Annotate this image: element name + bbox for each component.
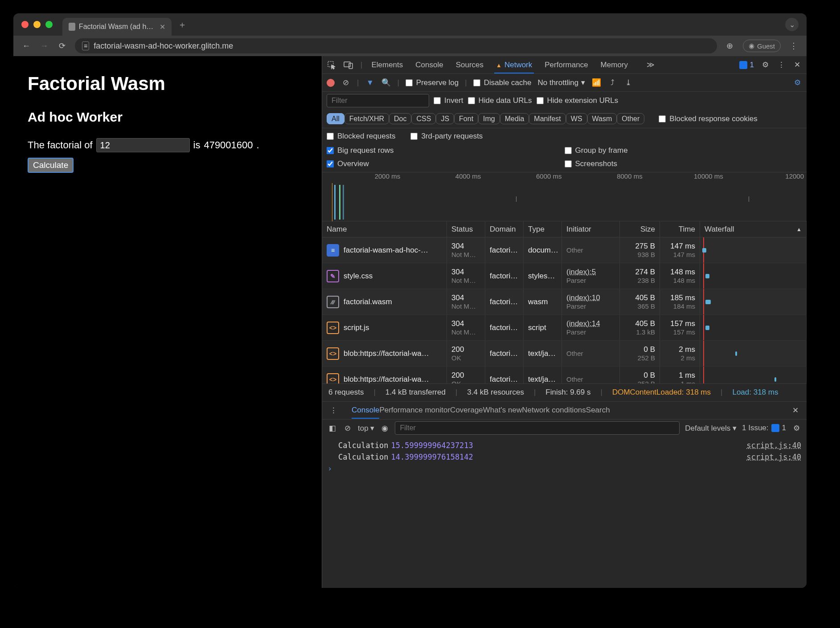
filter-input[interactable] xyxy=(327,94,429,107)
filter-chip-js[interactable]: JS xyxy=(436,113,454,124)
clear-icon[interactable]: ⊘ xyxy=(341,78,351,87)
third-party-check[interactable]: 3rd-party requests xyxy=(410,132,483,141)
disable-cache-check[interactable]: Disable cache xyxy=(473,78,532,87)
close-window-icon[interactable] xyxy=(21,21,29,28)
throttling-select[interactable]: No throttling ▾ xyxy=(537,78,585,87)
minimize-window-icon[interactable] xyxy=(33,21,41,28)
drawer-tab-search[interactable]: Search xyxy=(586,406,610,414)
col-time[interactable]: Time xyxy=(660,221,700,237)
drawer-tab-whats-new[interactable]: What's new xyxy=(483,406,522,414)
invert-check[interactable]: Invert xyxy=(434,96,463,105)
devtools-tab-performance[interactable]: Performance xyxy=(543,57,590,73)
network-row[interactable]: <> script.js 304Not M… factori… script (… xyxy=(322,315,807,341)
maximize-window-icon[interactable] xyxy=(45,21,53,28)
record-icon[interactable] xyxy=(327,79,335,87)
network-settings-icon[interactable]: ⚙ xyxy=(792,78,802,87)
overview-check[interactable]: Overview xyxy=(327,159,565,168)
network-row[interactable]: ⫻ factorial.wasm 304Not M… factori… wasm… xyxy=(322,289,807,315)
url-field[interactable]: ≡ factorial-wasm-ad-hoc-worker.glitch.me xyxy=(75,38,717,53)
clear-console-icon[interactable]: ⊘ xyxy=(343,424,352,433)
issues-chip[interactable]: 1 xyxy=(739,61,754,69)
close-devtools-icon[interactable]: ✕ xyxy=(792,60,802,69)
network-table-body: ≡ factorial-wasm-ad-hoc-… 304Not M… fact… xyxy=(322,237,807,383)
site-info-icon[interactable]: ≡ xyxy=(82,41,89,50)
screenshots-check[interactable]: Screenshots xyxy=(565,159,803,168)
import-har-icon[interactable]: ⤴ xyxy=(607,78,617,87)
drawer-menu-icon[interactable]: ⋮ xyxy=(328,406,338,415)
col-size[interactable]: Size xyxy=(620,221,660,237)
filter-chip-ws[interactable]: WS xyxy=(566,113,587,124)
source-link[interactable]: script.js:40 xyxy=(746,453,801,461)
tab-overflow-icon[interactable]: ⌄ xyxy=(785,18,799,31)
col-waterfall[interactable]: Waterfall▲ xyxy=(700,221,807,237)
browser-tab[interactable]: Factorial Wasm (ad hoc Work ✕ xyxy=(62,18,172,36)
console-prompt-icon[interactable]: › xyxy=(328,464,332,473)
search-icon[interactable]: 🔍 xyxy=(381,78,391,87)
devtools-tab-memory[interactable]: Memory xyxy=(599,57,630,73)
drawer-tab-network-conditions[interactable]: Network conditions xyxy=(522,406,586,414)
close-tab-icon[interactable]: ✕ xyxy=(160,23,165,31)
inspect-icon[interactable] xyxy=(327,61,336,69)
kebab-menu-icon[interactable]: ⋮ xyxy=(789,41,799,51)
drawer-tab-coverage[interactable]: Coverage xyxy=(450,406,483,414)
col-type[interactable]: Type xyxy=(524,221,562,237)
devtools-tab-elements[interactable]: Elements xyxy=(369,57,405,73)
col-status[interactable]: Status xyxy=(447,221,485,237)
export-har-icon[interactable]: ⤓ xyxy=(623,78,633,87)
more-tabs-icon[interactable]: ≫ xyxy=(646,60,656,69)
zoom-icon[interactable]: ⊕ xyxy=(725,41,735,51)
sidebar-toggle-icon[interactable]: ◧ xyxy=(328,424,337,433)
network-conditions-icon[interactable]: 📶 xyxy=(591,78,601,87)
devtools-tab-sources[interactable]: Sources xyxy=(454,57,485,73)
filter-chip-img[interactable]: Img xyxy=(478,113,500,124)
devtools-tab-network[interactable]: Network xyxy=(494,57,534,73)
reload-icon[interactable]: ⟳ xyxy=(57,41,67,51)
factorial-input[interactable] xyxy=(96,138,190,152)
network-row[interactable]: <> blob:https://factorial-wa… 200OK fact… xyxy=(322,367,807,383)
group-frame-check[interactable]: Group by frame xyxy=(565,146,803,155)
devtools-tab-console[interactable]: Console xyxy=(414,57,445,73)
console-filter-input[interactable] xyxy=(395,421,680,435)
network-row[interactable]: ≡ factorial-wasm-ad-hoc-… 304Not M… fact… xyxy=(322,237,807,263)
calculate-button[interactable]: Calculate xyxy=(28,158,74,173)
filter-chip-manifest[interactable]: Manifest xyxy=(529,113,565,124)
hide-data-urls-check[interactable]: Hide data URLs xyxy=(468,96,532,105)
drawer-tab-performance-monitor[interactable]: Performance monitor xyxy=(379,406,450,414)
hide-ext-urls-check[interactable]: Hide extension URLs xyxy=(537,96,619,105)
live-expression-icon[interactable]: ◉ xyxy=(380,424,389,433)
console-issues-chip[interactable]: 1 Issue: 1 xyxy=(742,424,786,432)
profile-chip[interactable]: ◉ Guest xyxy=(743,40,781,52)
drawer-tab-console[interactable]: Console xyxy=(352,402,379,419)
settings-icon[interactable]: ⚙ xyxy=(760,60,770,69)
big-rows-check[interactable]: Big request rows xyxy=(327,146,565,155)
filter-chip-font[interactable]: Font xyxy=(454,113,478,124)
filter-chip-css[interactable]: CSS xyxy=(411,113,436,124)
device-toggle-icon[interactable] xyxy=(344,61,353,69)
filter-chip-other[interactable]: Other xyxy=(617,113,644,124)
dock-menu-icon[interactable]: ⋮ xyxy=(776,60,786,69)
filter-chip-doc[interactable]: Doc xyxy=(389,113,411,124)
col-name[interactable]: Name xyxy=(322,221,447,237)
overview-timeline[interactable]: 2000 ms4000 ms6000 ms8000 ms10000 ms1200… xyxy=(322,172,807,221)
filter-toggle-icon[interactable]: ▼ xyxy=(365,78,375,87)
context-select[interactable]: top ▾ xyxy=(358,424,374,433)
back-icon[interactable]: ← xyxy=(21,41,31,51)
col-initiator[interactable]: Initiator xyxy=(562,221,620,237)
col-domain[interactable]: Domain xyxy=(485,221,524,237)
filter-chip-media[interactable]: Media xyxy=(500,113,529,124)
console-line[interactable]: Calculation15.599999964237213script.js:4… xyxy=(328,440,801,451)
source-link[interactable]: script.js:40 xyxy=(746,441,801,450)
blocked-cookies-check[interactable]: Blocked response cookies xyxy=(659,114,758,123)
network-row[interactable]: <> blob:https://factorial-wa… 200OK fact… xyxy=(322,341,807,367)
filter-chip-wasm[interactable]: Wasm xyxy=(587,113,617,124)
filter-chip-all[interactable]: All xyxy=(327,113,344,124)
preserve-log-check[interactable]: Preserve log xyxy=(406,78,459,87)
new-tab-button[interactable]: ＋ xyxy=(178,19,187,31)
network-row[interactable]: ✎ style.css 304Not M… factori… styles… (… xyxy=(322,263,807,289)
console-settings-icon[interactable]: ⚙ xyxy=(791,424,801,433)
levels-select[interactable]: Default levels ▾ xyxy=(685,424,737,433)
close-drawer-icon[interactable]: ✕ xyxy=(791,406,800,415)
filter-chip-fetch-xhr[interactable]: Fetch/XHR xyxy=(344,113,389,124)
console-line[interactable]: Calculation14.399999976158142script.js:4… xyxy=(328,451,801,463)
blocked-requests-check[interactable]: Blocked requests xyxy=(327,132,395,141)
